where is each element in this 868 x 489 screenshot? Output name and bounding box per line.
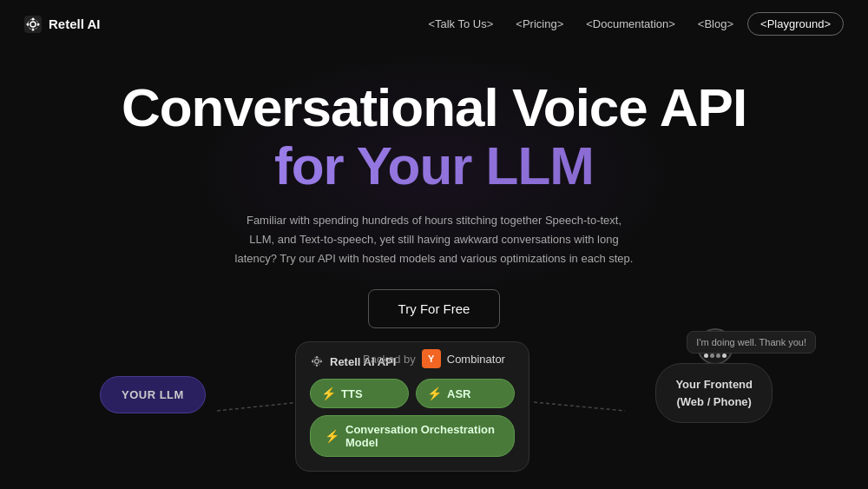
- logo-text: Retell AI: [49, 17, 100, 31]
- combinator-label: Combinator: [447, 353, 505, 366]
- try-free-button[interactable]: Try For Free: [368, 289, 501, 328]
- hero-title-line2: for Your LLM: [17, 137, 851, 195]
- svg-line-8: [534, 402, 625, 411]
- tts-label: TTS: [341, 387, 363, 400]
- asr-label: ASR: [447, 387, 470, 400]
- svg-point-6: [37, 23, 40, 25]
- logo-icon: [24, 16, 42, 33]
- svg-point-4: [32, 28, 35, 30]
- backed-by-label: Backed by: [363, 353, 416, 366]
- hero-section: Conversational Voice API for Your LLM Fa…: [0, 48, 868, 386]
- nav-docs[interactable]: <Documentation>: [577, 13, 684, 35]
- navbar: Retell AI <Talk To Us> <Pricing> <Docume…: [0, 0, 868, 48]
- orchestration-icon: ⚡: [325, 429, 339, 443]
- logo[interactable]: Retell AI: [24, 16, 100, 33]
- orchestration-chip: ⚡ Conversation Orchestration Model: [310, 415, 515, 457]
- svg-point-3: [32, 17, 35, 20]
- nav-blog[interactable]: <Blog>: [689, 13, 742, 35]
- yc-label: Y: [428, 354, 434, 364]
- nav-talk[interactable]: <Talk To Us>: [419, 13, 502, 35]
- frontend-line2: (Web / Phone): [675, 393, 753, 411]
- yc-badge: Y: [422, 349, 441, 368]
- asr-icon: ⚡: [427, 387, 442, 400]
- svg-point-5: [27, 23, 30, 25]
- llm-label: YOUR LLM: [122, 388, 184, 401]
- nav-pricing[interactable]: <Pricing>: [507, 13, 572, 35]
- backed-by: Backed by Y Combinator: [17, 349, 851, 368]
- tts-icon: ⚡: [321, 387, 336, 400]
- hero-subtitle: Familiar with spending hundreds of hours…: [234, 211, 634, 268]
- hero-title: Conversational Voice API for Your LLM: [17, 79, 851, 195]
- orchestration-label: Conversation Orchestration Model: [345, 423, 500, 449]
- svg-line-7: [217, 402, 299, 411]
- nav-links: <Talk To Us> <Pricing> <Documentation> <…: [419, 12, 844, 36]
- nav-playground[interactable]: <Playground>: [747, 12, 844, 36]
- hero-title-line1: Conversational Voice API: [17, 79, 851, 137]
